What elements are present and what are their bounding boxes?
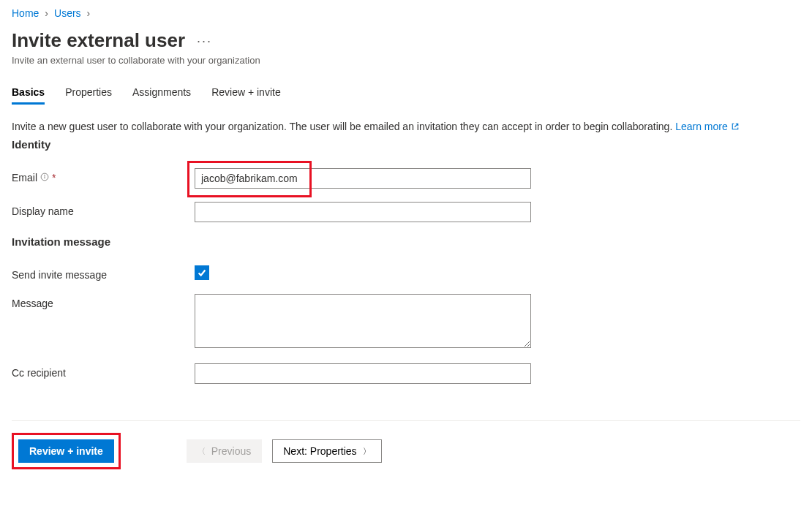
required-indicator: * <box>52 172 56 184</box>
chevron-right-icon: › <box>45 7 48 19</box>
label-display-name: Display name <box>12 205 74 217</box>
tab-basics[interactable]: Basics <box>12 86 45 105</box>
intro-text: Invite a new guest user to collaborate w… <box>12 121 800 132</box>
learn-more-link[interactable]: Learn more <box>675 121 740 132</box>
check-icon <box>197 268 207 278</box>
more-actions-button[interactable]: ··· <box>197 37 212 45</box>
page-title: Invite external user <box>12 29 185 52</box>
chevron-left-icon: 〈 <box>198 446 206 457</box>
breadcrumb-users[interactable]: Users <box>54 7 81 19</box>
divider <box>12 420 800 421</box>
tab-assignments[interactable]: Assignments <box>132 86 191 105</box>
breadcrumb: Home › Users › <box>12 7 800 19</box>
cc-field[interactable] <box>195 363 531 384</box>
label-send-invite: Send invite message <box>12 269 107 281</box>
label-cc: Cc recipient <box>12 367 66 379</box>
label-message: Message <box>12 298 53 309</box>
tabs: Basics Properties Assignments Review + i… <box>12 86 800 105</box>
section-invitation: Invitation message <box>12 235 800 248</box>
chevron-right-icon: 〉 <box>363 446 371 457</box>
display-name-field[interactable] <box>195 202 531 222</box>
next-button[interactable]: Next: Properties 〉 <box>272 439 381 463</box>
svg-point-2 <box>45 175 45 175</box>
breadcrumb-home[interactable]: Home <box>12 7 39 19</box>
external-link-icon <box>731 122 740 131</box>
tab-properties[interactable]: Properties <box>65 86 112 105</box>
send-invite-checkbox[interactable] <box>195 265 209 280</box>
info-icon[interactable] <box>40 172 49 184</box>
label-email: Email <box>12 172 37 184</box>
message-field[interactable] <box>195 294 531 348</box>
email-field[interactable] <box>195 168 531 189</box>
highlight-box: Review + invite <box>12 433 121 469</box>
previous-button: 〈 Previous <box>187 439 262 463</box>
review-invite-button[interactable]: Review + invite <box>18 439 114 463</box>
section-identity: Identity <box>12 138 800 151</box>
chevron-right-icon: › <box>87 7 91 19</box>
page-subtitle: Invite an external user to collaborate w… <box>12 55 800 66</box>
tab-review[interactable]: Review + invite <box>211 86 281 105</box>
